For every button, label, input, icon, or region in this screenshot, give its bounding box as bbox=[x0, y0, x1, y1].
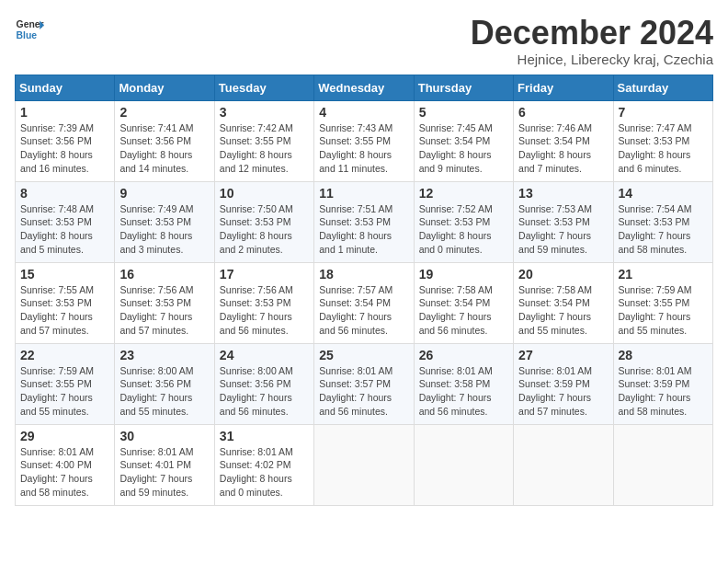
calendar-cell: 7Sunrise: 7:47 AM Sunset: 3:53 PM Daylig… bbox=[613, 100, 712, 181]
calendar-cell: 24Sunrise: 8:00 AM Sunset: 3:56 PM Dayli… bbox=[214, 343, 313, 424]
day-info: Sunrise: 7:58 AM Sunset: 3:54 PM Dayligh… bbox=[518, 283, 608, 338]
calendar-cell: 5Sunrise: 7:45 AM Sunset: 3:54 PM Daylig… bbox=[414, 100, 513, 181]
day-number: 5 bbox=[419, 105, 508, 120]
day-number: 31 bbox=[220, 429, 309, 443]
day-info: Sunrise: 7:56 AM Sunset: 3:53 PM Dayligh… bbox=[119, 283, 209, 338]
calendar-cell: 16Sunrise: 7:56 AM Sunset: 3:53 PM Dayli… bbox=[115, 262, 214, 343]
day-info: Sunrise: 8:00 AM Sunset: 3:56 PM Dayligh… bbox=[220, 364, 309, 419]
location-subtitle: Hejnice, Liberecky kraj, Czechia bbox=[471, 52, 713, 67]
calendar-table: SundayMondayTuesdayWednesdayThursdayFrid… bbox=[15, 75, 713, 506]
calendar-cell: 28Sunrise: 8:01 AM Sunset: 3:59 PM Dayli… bbox=[613, 343, 712, 424]
calendar-cell: 8Sunrise: 7:48 AM Sunset: 3:53 PM Daylig… bbox=[16, 181, 115, 262]
day-number: 12 bbox=[419, 186, 508, 201]
day-info: Sunrise: 7:54 AM Sunset: 3:53 PM Dayligh… bbox=[619, 202, 708, 257]
day-info: Sunrise: 7:56 AM Sunset: 3:53 PM Dayligh… bbox=[220, 283, 309, 338]
day-info: Sunrise: 8:01 AM Sunset: 3:59 PM Dayligh… bbox=[518, 364, 608, 419]
day-number: 29 bbox=[20, 429, 109, 443]
calendar-cell: 23Sunrise: 8:00 AM Sunset: 3:56 PM Dayli… bbox=[115, 343, 214, 424]
day-info: Sunrise: 8:01 AM Sunset: 4:01 PM Dayligh… bbox=[119, 445, 209, 500]
title-area: December 2024 Hejnice, Liberecky kraj, C… bbox=[471, 15, 713, 67]
calendar-cell: 22Sunrise: 7:59 AM Sunset: 3:55 PM Dayli… bbox=[16, 343, 115, 424]
calendar-cell: 9Sunrise: 7:49 AM Sunset: 3:53 PM Daylig… bbox=[115, 181, 214, 262]
day-info: Sunrise: 7:59 AM Sunset: 3:55 PM Dayligh… bbox=[619, 283, 708, 338]
logo-icon: General Blue bbox=[15, 15, 44, 44]
calendar-body: 1Sunrise: 7:39 AM Sunset: 3:56 PM Daylig… bbox=[16, 100, 713, 505]
calendar-cell: 10Sunrise: 7:50 AM Sunset: 3:53 PM Dayli… bbox=[214, 181, 313, 262]
weekday-header-friday: Friday bbox=[514, 75, 613, 100]
weekday-header-thursday: Thursday bbox=[414, 75, 513, 100]
day-number: 27 bbox=[518, 348, 608, 362]
calendar-cell: 12Sunrise: 7:52 AM Sunset: 3:53 PM Dayli… bbox=[414, 181, 513, 262]
calendar-cell: 30Sunrise: 8:01 AM Sunset: 4:01 PM Dayli… bbox=[115, 424, 214, 505]
day-number: 14 bbox=[619, 186, 708, 201]
day-number: 19 bbox=[419, 267, 508, 282]
day-number: 20 bbox=[518, 267, 608, 282]
day-number: 23 bbox=[119, 348, 209, 362]
calendar-cell: 6Sunrise: 7:46 AM Sunset: 3:54 PM Daylig… bbox=[514, 100, 613, 181]
weekday-header-row: SundayMondayTuesdayWednesdayThursdayFrid… bbox=[16, 75, 713, 100]
day-number: 4 bbox=[319, 105, 408, 120]
calendar-cell: 20Sunrise: 7:58 AM Sunset: 3:54 PM Dayli… bbox=[514, 262, 613, 343]
month-title: December 2024 bbox=[471, 15, 713, 52]
weekday-header-saturday: Saturday bbox=[613, 75, 712, 100]
logo: General Blue bbox=[15, 15, 44, 44]
day-number: 2 bbox=[119, 105, 209, 120]
calendar-week-5: 29Sunrise: 8:01 AM Sunset: 4:00 PM Dayli… bbox=[16, 424, 713, 505]
day-info: Sunrise: 7:58 AM Sunset: 3:54 PM Dayligh… bbox=[419, 283, 508, 338]
calendar-cell: 14Sunrise: 7:54 AM Sunset: 3:53 PM Dayli… bbox=[613, 181, 712, 262]
day-info: Sunrise: 8:01 AM Sunset: 3:57 PM Dayligh… bbox=[319, 364, 408, 419]
day-info: Sunrise: 7:42 AM Sunset: 3:55 PM Dayligh… bbox=[220, 121, 309, 176]
day-number: 28 bbox=[619, 348, 708, 362]
day-number: 8 bbox=[20, 186, 109, 201]
day-number: 30 bbox=[119, 429, 209, 443]
calendar-week-2: 8Sunrise: 7:48 AM Sunset: 3:53 PM Daylig… bbox=[16, 181, 713, 262]
calendar-cell: 31Sunrise: 8:01 AM Sunset: 4:02 PM Dayli… bbox=[214, 424, 313, 505]
calendar-cell bbox=[414, 424, 513, 505]
calendar-cell: 4Sunrise: 7:43 AM Sunset: 3:55 PM Daylig… bbox=[314, 100, 414, 181]
day-number: 21 bbox=[619, 267, 708, 282]
weekday-header-tuesday: Tuesday bbox=[214, 75, 313, 100]
day-number: 1 bbox=[20, 105, 109, 120]
day-number: 18 bbox=[319, 267, 408, 282]
calendar-cell bbox=[314, 424, 414, 505]
weekday-header-wednesday: Wednesday bbox=[314, 75, 414, 100]
calendar-cell: 15Sunrise: 7:55 AM Sunset: 3:53 PM Dayli… bbox=[16, 262, 115, 343]
calendar-cell: 11Sunrise: 7:51 AM Sunset: 3:53 PM Dayli… bbox=[314, 181, 414, 262]
weekday-header-sunday: Sunday bbox=[16, 75, 115, 100]
calendar-cell: 3Sunrise: 7:42 AM Sunset: 3:55 PM Daylig… bbox=[214, 100, 313, 181]
day-info: Sunrise: 7:51 AM Sunset: 3:53 PM Dayligh… bbox=[319, 202, 408, 257]
calendar-cell bbox=[613, 424, 712, 505]
day-number: 10 bbox=[220, 186, 309, 201]
day-number: 24 bbox=[220, 348, 309, 362]
calendar-week-4: 22Sunrise: 7:59 AM Sunset: 3:55 PM Dayli… bbox=[16, 343, 713, 424]
day-number: 3 bbox=[220, 105, 309, 120]
day-number: 11 bbox=[319, 186, 408, 201]
header: General Blue December 2024 Hejnice, Libe… bbox=[15, 15, 713, 67]
day-number: 17 bbox=[220, 267, 309, 282]
day-info: Sunrise: 7:55 AM Sunset: 3:53 PM Dayligh… bbox=[20, 283, 109, 338]
day-number: 26 bbox=[419, 348, 508, 362]
day-number: 15 bbox=[20, 267, 109, 282]
day-number: 22 bbox=[20, 348, 109, 362]
calendar-cell: 18Sunrise: 7:57 AM Sunset: 3:54 PM Dayli… bbox=[314, 262, 414, 343]
day-info: Sunrise: 7:47 AM Sunset: 3:53 PM Dayligh… bbox=[619, 121, 708, 176]
calendar-week-1: 1Sunrise: 7:39 AM Sunset: 3:56 PM Daylig… bbox=[16, 100, 713, 181]
day-info: Sunrise: 7:52 AM Sunset: 3:53 PM Dayligh… bbox=[419, 202, 508, 257]
day-number: 7 bbox=[619, 105, 708, 120]
day-number: 16 bbox=[119, 267, 209, 282]
calendar-cell: 29Sunrise: 8:01 AM Sunset: 4:00 PM Dayli… bbox=[16, 424, 115, 505]
day-info: Sunrise: 8:01 AM Sunset: 3:59 PM Dayligh… bbox=[619, 364, 708, 419]
calendar-cell: 25Sunrise: 8:01 AM Sunset: 3:57 PM Dayli… bbox=[314, 343, 414, 424]
weekday-header-monday: Monday bbox=[115, 75, 214, 100]
day-info: Sunrise: 7:57 AM Sunset: 3:54 PM Dayligh… bbox=[319, 283, 408, 338]
calendar-cell bbox=[514, 424, 613, 505]
calendar-cell: 17Sunrise: 7:56 AM Sunset: 3:53 PM Dayli… bbox=[214, 262, 313, 343]
day-info: Sunrise: 8:01 AM Sunset: 3:58 PM Dayligh… bbox=[419, 364, 508, 419]
day-number: 13 bbox=[518, 186, 608, 201]
day-info: Sunrise: 7:53 AM Sunset: 3:53 PM Dayligh… bbox=[518, 202, 608, 257]
calendar-cell: 19Sunrise: 7:58 AM Sunset: 3:54 PM Dayli… bbox=[414, 262, 513, 343]
day-number: 9 bbox=[119, 186, 209, 201]
calendar-cell: 21Sunrise: 7:59 AM Sunset: 3:55 PM Dayli… bbox=[613, 262, 712, 343]
day-info: Sunrise: 7:46 AM Sunset: 3:54 PM Dayligh… bbox=[518, 121, 608, 176]
day-info: Sunrise: 7:49 AM Sunset: 3:53 PM Dayligh… bbox=[119, 202, 209, 257]
